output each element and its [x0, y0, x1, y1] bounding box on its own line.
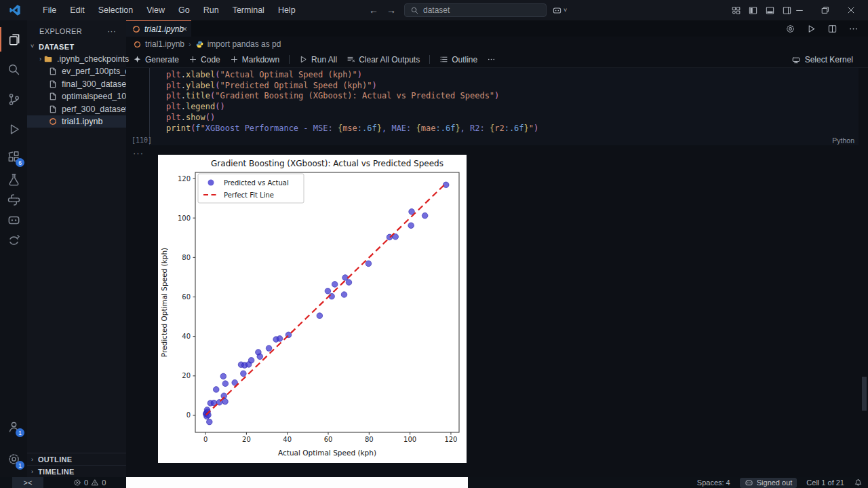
activity-explorer-icon[interactable] [0, 27, 27, 52]
svg-text:40: 40 [283, 436, 292, 443]
tab-close-icon[interactable]: × [182, 24, 187, 34]
activity-run-debug-icon[interactable] [0, 117, 27, 141]
tab-trial1-ipynb[interactable]: trial1.ipynb × [126, 20, 191, 37]
code-cell-content[interactable]: plt.xlabel("Actual Optimal Speed (kph)")… [166, 70, 538, 134]
close-icon[interactable] [846, 5, 856, 15]
section-timeline[interactable]: ›TIMELINE [27, 465, 126, 477]
activity-settings-icon[interactable]: 1 [0, 447, 27, 471]
toolbar-outline[interactable]: Outline [439, 55, 477, 64]
activity-bar: 611 [0, 20, 27, 477]
toggle-primary-sidebar-icon[interactable] [748, 5, 758, 16]
svg-text:80: 80 [182, 254, 191, 261]
menu-selection[interactable]: Selection [93, 3, 138, 17]
plus-icon [230, 55, 239, 64]
cell-language-label[interactable]: Python [832, 136, 854, 145]
status-notifications[interactable] [854, 478, 863, 487]
status-label: Signed out [757, 478, 793, 487]
toolbar-label: Generate [145, 55, 179, 64]
kernel-label: Select Kernel [805, 55, 853, 64]
toggle-panel-icon[interactable] [765, 5, 775, 16]
file-item-final-300-dataset-[interactable]: final_300_dataset.... [27, 78, 126, 90]
toolbar-generate[interactable]: Generate [133, 55, 179, 64]
search-value: dataset [423, 5, 450, 15]
file-item-perf-300-dataset-[interactable]: perf_300_dataset.... [27, 103, 126, 115]
select-kernel-button[interactable]: Select Kernel [791, 52, 853, 68]
menu-terminal[interactable]: Terminal [227, 3, 270, 17]
toolbar-more[interactable] [487, 55, 496, 64]
toolbar-clear-all-outputs[interactable]: Clear All Outputs [347, 55, 420, 64]
customize-layout-icon[interactable] [731, 5, 741, 16]
code-line: plt.xlabel("Actual Optimal Speed (kph)") [166, 70, 538, 81]
explorer-more-actions[interactable]: ··· [107, 26, 116, 36]
warning-icon [91, 478, 99, 487]
svg-text:80: 80 [365, 436, 374, 443]
breadcrumb-file[interactable]: trial1.ipynb [145, 39, 184, 49]
kernel-icon [791, 55, 801, 64]
execution-count: [110] [132, 136, 152, 144]
toolbar-run-all[interactable]: Run All [299, 55, 337, 64]
file-label: ev_perf_100pts_d... [62, 67, 137, 76]
file-item-trial1-ipynb[interactable]: trial1.ipynb [27, 115, 126, 128]
ellipsis-icon[interactable] [848, 24, 859, 34]
ellipsis-icon [487, 55, 496, 64]
copilot-menu-button[interactable]: ˅ [552, 3, 567, 17]
menu-view[interactable]: View [141, 3, 170, 17]
axes-box [195, 172, 459, 432]
folder-section-header[interactable]: ˅ DATASET [27, 41, 126, 54]
notebook-icon [132, 24, 141, 34]
activity-source-control-icon[interactable] [0, 87, 27, 111]
folder-icon [43, 54, 53, 64]
restore-icon[interactable] [821, 5, 830, 15]
layout-controls [731, 0, 792, 20]
breadcrumb-cell[interactable]: import pandas as pd [208, 39, 281, 49]
sparkle-icon [133, 55, 142, 64]
run-all-icon[interactable] [806, 24, 816, 34]
menu-edit[interactable]: Edit [64, 3, 90, 17]
chevron-down-icon: ˅ [564, 7, 567, 14]
problems-indicator[interactable]: 0 0 [73, 477, 106, 488]
copilot-icon [745, 478, 753, 487]
menu-go[interactable]: Go [173, 3, 195, 17]
toolbar-code[interactable]: Code [189, 55, 220, 64]
svg-text:100: 100 [403, 436, 416, 443]
remote-indicator[interactable]: >< [12, 477, 43, 488]
toolbar-markdown[interactable]: Markdown [230, 55, 279, 64]
activity-extensions-icon[interactable]: 6 [0, 144, 27, 168]
warning-count: 0 [102, 478, 106, 487]
menu-run[interactable]: Run [198, 3, 224, 17]
file-item-ev-perf-100pts-d-[interactable]: ev_perf_100pts_d... [27, 65, 126, 77]
section-outline[interactable]: ›OUTLINE [27, 453, 126, 465]
section-label: TIMELINE [38, 468, 75, 476]
file-item-optimalspeed-10-[interactable]: optimalspeed_10... [27, 90, 126, 102]
status-indentation[interactable]: Spaces: 4 [697, 478, 730, 487]
activity-accounts-icon[interactable]: 1 [0, 414, 27, 438]
status-cell-position[interactable]: Cell 1 of 21 [806, 478, 844, 487]
bell-icon [854, 478, 863, 487]
toggle-secondary-sidebar-icon[interactable] [782, 5, 792, 16]
activity-search-icon[interactable] [0, 57, 27, 81]
command-center-search[interactable]: dataset [404, 3, 547, 17]
code-line: plt.ylabel("Predicted Optimal Speed (kph… [166, 81, 538, 92]
menu-file[interactable]: File [37, 3, 62, 17]
settings-icon[interactable] [785, 24, 795, 34]
python-icon [195, 40, 204, 49]
scrollbar-thumb[interactable] [862, 377, 867, 411]
file-item--ipynb-checkpoints[interactable]: ›.ipynb_checkpoints [27, 53, 126, 65]
back-arrow-icon[interactable]: ← [369, 5, 378, 16]
svg-text:Perfect Fit Line: Perfect Fit Line [224, 191, 274, 199]
toolbar-label: Code [201, 55, 220, 64]
window-controls [795, 0, 856, 20]
plot-title: Gradient Boosting (XGboost): Actual vs P… [211, 159, 443, 168]
status-copilot-status[interactable]: Signed out [740, 478, 797, 488]
file-label: trial1.ipynb [62, 117, 102, 126]
split-editor-icon[interactable] [827, 24, 837, 34]
activity-jupyter-icon[interactable] [0, 228, 27, 252]
error-icon [73, 478, 81, 487]
minimize-icon[interactable] [795, 5, 804, 15]
forward-arrow-icon[interactable]: → [387, 5, 396, 16]
breadcrumb: trial1.ipynb › import pandas as pd [126, 37, 868, 52]
menu-help[interactable]: Help [273, 3, 301, 17]
output-options-icon[interactable]: ··· [133, 148, 144, 158]
plot-ylabel: Predicted Optimal Speed (kph) [160, 248, 168, 357]
plus-icon [189, 55, 197, 64]
